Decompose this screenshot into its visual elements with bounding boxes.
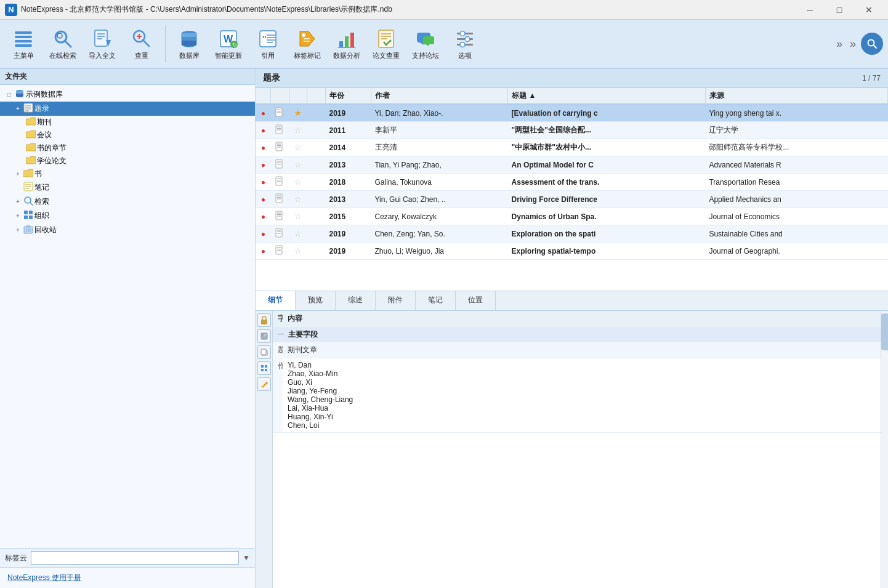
tab-detail[interactable]: 细节 [256,291,296,310]
tree-item-book-chapters[interactable]: 书的章节 [0,142,255,155]
tree-item-theses[interactable]: 学位论文 [0,155,255,167]
tree-item-search[interactable]: + 检索 [0,195,255,209]
col-star[interactable] [289,88,307,104]
tree-toggle-db[interactable]: □ [5,91,14,99]
sidebar-img-btn[interactable] [257,329,271,343]
row-extra-3 [307,139,326,156]
main-menu-button[interactable]: 主菜单 [5,23,42,65]
row-year-8: 2019 [326,225,371,243]
row-star-2[interactable]: ☆ [289,122,307,139]
tab-notes[interactable]: 笔记 [416,291,456,310]
detail-field-record-type: 题录类型 [273,342,283,358]
support-forum-button[interactable]: 支持论坛 [407,23,444,65]
tag-mark-button[interactable]: 标签标记 [289,23,326,65]
toolbar-expand2-button[interactable]: » [847,35,858,53]
tab-summary[interactable]: 综述 [336,291,376,310]
table-row[interactable]: ● ☆ 2013 Tian, Yi Pang; Zhao, An Optimal… [256,156,888,174]
tree-label-books: 书 [34,169,42,179]
options-button[interactable]: 选项 [446,23,483,65]
table-row[interactable]: ● ☆ 2015 Cezary, Kowalczyk Dynamics of U… [256,208,888,225]
toolbar-expand-button[interactable]: » [834,35,845,53]
section-collapse-btn[interactable]: ─ [278,329,284,339]
col-author[interactable]: 作者 [371,88,508,104]
detail-tabs: 细节 预览 综述 附件 笔记 位置 [256,291,888,311]
table-row[interactable]: ● ☆ 2019 Zhuo, Li; Weiguo, Jia Exploring… [256,243,888,260]
row-star-8[interactable]: ☆ [289,225,307,243]
sidebar-copy-btn[interactable] [257,345,271,359]
table-row[interactable]: ● ★ 2019 Yi, Dan; Zhao, Xiao-. [Evaluati… [256,104,888,122]
tab-preview[interactable]: 预览 [296,291,336,310]
row-star-1[interactable]: ★ [289,104,307,122]
sidebar-pencil-btn[interactable] [257,377,271,391]
col-year[interactable]: 年份 [326,88,371,104]
tree-item-records[interactable]: + 题录 [0,102,255,116]
duplicate-check-button[interactable]: 查重 [123,23,160,65]
row-star-6[interactable]: ☆ [289,191,307,208]
restore-button[interactable]: □ [825,0,854,20]
recycle-icon [23,224,33,236]
col-source[interactable]: 来源 [705,88,887,104]
manual-link[interactable]: NoteExpress 使用手册 [0,568,255,588]
records-table-container[interactable]: 年份 作者 标题 ▲ 来源 ● ★ 2019 Yi, Dan; Zhao, Xi… [256,88,888,291]
col-title[interactable]: 标题 ▲ [508,88,706,104]
row-star-4[interactable]: ☆ [289,156,307,174]
svg-rect-1 [15,36,32,38]
row-year-7: 2015 [326,208,371,225]
import-fulltext-button[interactable]: 导入全文 [84,23,121,65]
tree-label-db-root: 示例数据库 [26,89,63,100]
tree-item-organize[interactable]: + 组织 [0,209,255,223]
tree-toggle-organize[interactable]: + [14,212,22,220]
svg-rect-75 [276,125,282,134]
tree-toggle-books[interactable]: + [14,170,22,179]
detail-scrollbar-thumb[interactable] [881,313,888,350]
row-source-3: 郧阳师范高等专科学校... [705,139,887,156]
tree-item-notes[interactable]: 笔记 [0,180,255,195]
online-search-button[interactable]: 在线检索 [44,23,81,65]
svg-rect-99 [276,228,282,237]
tree-item-db-root[interactable]: □ 示例数据库 [0,87,255,102]
row-star-9[interactable]: ☆ [289,243,307,260]
window-controls: ─ □ ✕ [796,0,883,20]
col-doc-type[interactable] [271,88,289,104]
options-icon [454,28,476,50]
table-row[interactable]: ● ☆ 2019 Chen, Zeng; Yan, So. Exploratio… [256,225,888,243]
tree-toggle-recycle[interactable]: + [14,226,22,235]
col-status[interactable] [256,88,271,104]
tree-toggle-records[interactable]: + [14,105,22,113]
row-star-7[interactable]: ☆ [289,208,307,225]
data-analysis-button[interactable]: 数据分析 [328,23,365,65]
tag-cloud-input[interactable] [31,551,239,565]
table-row[interactable]: ● ☆ 2014 王亮清 "中原城市群"农村中小... 郧阳师范高等专科学校..… [256,139,888,156]
row-year-2: 2011 [326,122,371,139]
tab-location[interactable]: 位置 [456,291,496,310]
tree-item-journals[interactable]: 期刊 [0,116,255,129]
paper-check-button[interactable]: 论文查重 [368,23,405,65]
svg-rect-107 [261,320,267,324]
sidebar-lock-btn[interactable] [257,313,271,327]
minimize-button[interactable]: ─ [796,0,824,20]
tree-item-conferences[interactable]: 会议 [0,129,255,142]
sidebar-grid-btn[interactable] [257,361,271,375]
detail-scrollbar[interactable] [881,311,888,588]
cite-button[interactable]: " 引用 [249,23,286,65]
tree-item-books[interactable]: + 书 [0,167,255,180]
database-button[interactable]: 数据库 [171,23,208,65]
row-star-3[interactable]: ☆ [289,139,307,156]
col-extra[interactable] [307,88,326,104]
table-row[interactable]: ● ☆ 2011 李新平 "两型社会"全国综合配... 辽宁大学 [256,122,888,139]
tab-attachment[interactable]: 附件 [376,291,416,310]
tree-toggle-search[interactable]: + [14,198,22,206]
tree-item-recycle[interactable]: + 回收站 [0,223,255,237]
close-button[interactable]: ✕ [855,0,883,20]
table-row[interactable]: ● ☆ 2018 Galina, Tokunova Assessment of … [256,174,888,191]
row-doctype-6 [271,191,289,208]
tree-toggle-notes[interactable] [14,183,22,192]
toolbar-search-button[interactable] [861,33,883,55]
smart-update-button[interactable]: W ↻ 智能更新 [210,23,247,65]
tag-cloud-dropdown[interactable]: ▼ [243,554,250,562]
detail-tbody: ─ 主要字段 题录类型 期刊文章 作者 [273,327,881,433]
table-row[interactable]: ● ☆ 2013 Yin, Gui Cao; Zhen, .. Driving … [256,191,888,208]
row-star-5[interactable]: ☆ [289,174,307,191]
row-doctype-8 [271,225,289,243]
row-year-9: 2019 [326,243,371,260]
